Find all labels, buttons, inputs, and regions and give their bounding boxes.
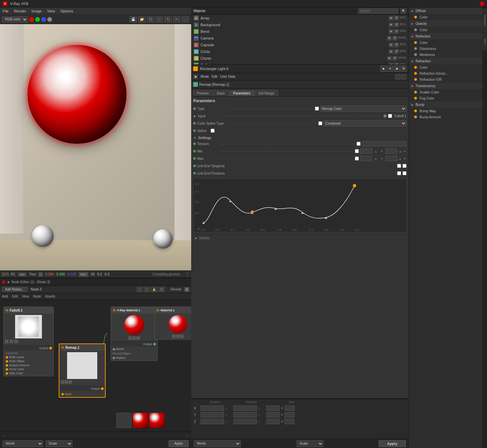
spline-chart[interactable]: 1.6 1.2 0.8 0.4 0.0 0.1 0.2 0.3 0.4 0.5 <box>193 179 407 232</box>
obj-array[interactable]: A Array 👁 🎬 (0/1) <box>191 15 409 21</box>
front-color-port[interactable] <box>6 368 8 371</box>
output-amount-port[interactable] <box>6 364 8 367</box>
reflection-color[interactable]: Color <box>409 40 482 46</box>
rgb-level-port[interactable] <box>6 356 8 359</box>
refraction-ior[interactable]: Refraction IOR <box>409 76 482 82</box>
color-mode-select[interactable]: RGB color <box>2 16 28 22</box>
lt-chk1[interactable] <box>397 164 401 168</box>
close-node-editor[interactable]: ✕ <box>184 287 189 292</box>
tension-chk[interactable] <box>357 142 361 146</box>
radius-port[interactable] <box>113 357 115 359</box>
green-circle[interactable] <box>35 17 40 22</box>
max-val2[interactable]: 1 <box>385 156 397 161</box>
y-pos[interactable]: 0 cm <box>201 412 224 418</box>
cp5[interactable] <box>301 212 304 214</box>
add-nodes-button[interactable]: Add Nodes... <box>2 287 28 292</box>
diffuse-header[interactable]: ► Diffuse <box>409 7 482 14</box>
max-val1[interactable]: 1 <box>360 156 372 161</box>
diffuse-color-item[interactable]: Color <box>409 14 482 20</box>
p-deg[interactable] <box>284 412 294 418</box>
nav-back[interactable] <box>395 74 400 79</box>
menu-toggle[interactable]: ⋮ <box>185 272 189 277</box>
props-back[interactable]: ■ <box>193 74 198 79</box>
props-mode[interactable]: Mode <box>201 75 209 78</box>
cp-mid[interactable] <box>251 210 254 213</box>
material-node[interactable]: fx Material.1 <box>154 307 191 340</box>
obj-capsule[interactable]: C Capsule 👁 🎬 (0/3) <box>191 42 409 48</box>
mat-swatch-2[interactable] <box>149 413 164 428</box>
cst-dropdown[interactable]: Combined <box>324 120 407 126</box>
scale-dropdown[interactable]: Scale <box>296 440 323 447</box>
cp-end[interactable] <box>353 184 356 187</box>
refraction-glossi[interactable]: Refraction Glossi... <box>409 70 482 76</box>
refraction-header[interactable]: ► Refraction <box>409 58 482 64</box>
blue-circle[interactable] <box>41 17 46 22</box>
props-edit[interactable]: Edit <box>212 75 217 78</box>
tab-set-range[interactable]: Set Range <box>255 90 278 96</box>
falloff-output-port[interactable] <box>49 347 52 349</box>
lt-chk2[interactable] <box>402 164 407 168</box>
menu-view[interactable]: View <box>47 9 55 13</box>
input-checkbox[interactable] <box>388 114 392 118</box>
objects-search[interactable] <box>358 8 398 14</box>
obj-cloner[interactable]: Cl Cloner 👁 🎬 (0/13) <box>191 55 409 62</box>
b-deg[interactable] <box>284 419 294 424</box>
mat-swatch-1[interactable] <box>133 413 148 428</box>
ne-menu-assets[interactable]: Assets <box>45 295 55 298</box>
save-btn[interactable]: 💾 <box>129 16 137 22</box>
z-rot[interactable]: 0 cm <box>233 419 257 424</box>
h-deg[interactable] <box>285 405 295 411</box>
menu-image[interactable]: Image <box>32 9 42 13</box>
light-icon-2[interactable]: ✦ <box>387 66 393 72</box>
b-val[interactable]: 3 <box>266 419 280 424</box>
reflection-glossiness[interactable]: Glossiness <box>409 46 482 52</box>
lp-chk1[interactable] <box>397 171 401 175</box>
more-btn[interactable]: ⋯ <box>182 16 189 22</box>
world-select[interactable]: World <box>3 440 43 447</box>
remap-output-port[interactable] <box>101 387 104 390</box>
p-val[interactable]: 0 <box>266 412 280 418</box>
light-icon-1[interactable]: ■ <box>380 66 386 72</box>
red-circle[interactable] <box>29 17 34 22</box>
type-checkbox[interactable] <box>315 107 319 111</box>
h-val[interactable]: 0 <box>266 405 280 411</box>
falloff-node[interactable]: fx Falloff.1 <box>3 307 54 376</box>
tab-preview[interactable]: Preview <box>193 90 213 96</box>
world-dropdown[interactable]: World <box>194 440 241 447</box>
y-rot[interactable]: 0 cm <box>233 412 257 418</box>
close-icon[interactable] <box>2 280 5 284</box>
vray-output-port[interactable] <box>153 343 156 345</box>
vray-material-node[interactable]: fx V-Ray Material.1 <box>111 307 158 361</box>
x-pos[interactable]: 0 cm <box>201 405 224 411</box>
min-chk[interactable] <box>355 149 359 153</box>
brdf-port[interactable] <box>113 348 115 350</box>
grid-btn[interactable]: ☷ <box>147 16 154 22</box>
type-dropdown[interactable]: Remap Color <box>320 106 407 112</box>
obj-background[interactable]: B Background 👁 🎬 (0/1) <box>191 21 409 28</box>
reveal-btn[interactable]: Reveal <box>171 287 181 291</box>
gray-circle[interactable] <box>47 17 52 22</box>
search-icon[interactable]: 🔍 <box>400 8 407 14</box>
remap-node[interactable]: fx Remap.1 <box>59 343 106 398</box>
min-val1[interactable]: 0 <box>360 148 372 154</box>
details-toggle[interactable]: ► Details <box>193 234 407 242</box>
nav-fwd[interactable] <box>401 74 407 79</box>
cst-checkbox[interactable] <box>318 121 322 125</box>
tension-num1[interactable]: 0 <box>382 141 393 146</box>
redo-btn[interactable]: ↼ <box>173 16 180 22</box>
lp-chk2[interactable] <box>402 171 407 175</box>
reflection-header[interactable]: ► Reflection <box>409 33 482 40</box>
rgb-offset-port[interactable] <box>6 360 8 363</box>
refraction-color[interactable]: Color <box>409 64 482 70</box>
cp2[interactable] <box>229 200 232 202</box>
x-rot[interactable]: 0 cm <box>233 405 257 411</box>
reflection-metalness[interactable]: Metalness <box>409 52 482 58</box>
apply-button[interactable]: Apply <box>169 440 188 447</box>
undo-btn[interactable]: ↻ <box>164 16 172 22</box>
scatter-color[interactable]: Scatter Color <box>409 89 482 95</box>
window-close[interactable] <box>480 1 484 6</box>
bump-amount[interactable]: Bump Amount <box>409 114 482 120</box>
apply-button-bottom[interactable]: Apply <box>379 440 406 447</box>
ne-menu-edit[interactable]: Edit <box>12 295 18 298</box>
menu-file[interactable]: File <box>3 9 9 13</box>
